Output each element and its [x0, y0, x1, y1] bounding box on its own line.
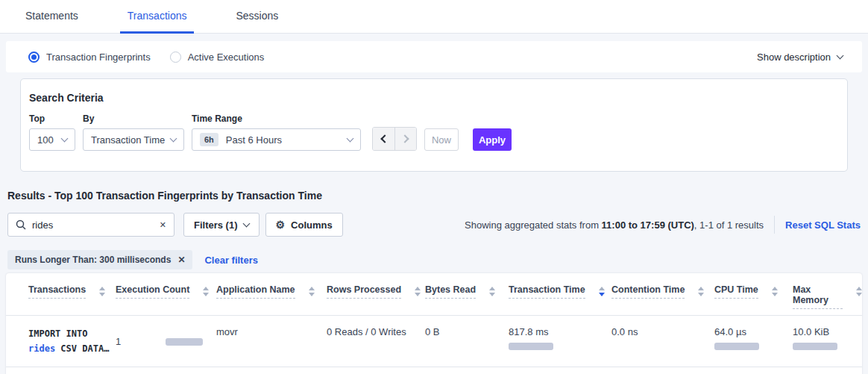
filter-chip-label: Runs Longer Than: 300 milliseconds	[15, 255, 171, 265]
max-memory-bar	[793, 343, 837, 350]
radio-transaction-fingerprints[interactable]: Transaction Fingerprints	[28, 52, 151, 63]
view-radio-group: Transaction Fingerprints Active Executio…	[28, 52, 264, 63]
by-label: By	[83, 113, 192, 124]
time-range-value: Past 6 Hours	[226, 134, 282, 146]
now-button[interactable]: Now	[424, 128, 459, 151]
bytes-read-cell: 0 B	[425, 326, 509, 357]
sort-icon-descending-active	[599, 287, 605, 296]
tab-sessions[interactable]: Sessions	[228, 0, 286, 34]
tab-transactions[interactable]: Transactions	[120, 0, 195, 34]
aggregated-stats-text: Showing aggregated stats from 11:00 to 1…	[465, 219, 764, 231]
column-header-transaction-time[interactable]: Transaction Time	[509, 284, 611, 309]
transaction-time-bar	[509, 343, 553, 350]
column-header-application-name[interactable]: Application Name	[216, 284, 327, 309]
time-window-nav	[372, 127, 417, 151]
chevron-down-icon	[242, 220, 250, 228]
columns-button[interactable]: ⚙ Columns	[265, 213, 343, 237]
top-tab-bar: Statements Transactions Sessions	[0, 0, 868, 34]
reset-sql-stats-link[interactable]: Reset SQL Stats	[785, 219, 861, 231]
clear-filters-link[interactable]: Clear filters	[204, 255, 258, 266]
rows-processed-cell: 0 Reads / 0 Writes	[327, 326, 425, 357]
column-header-bytes-read[interactable]: Bytes Read	[425, 284, 509, 309]
cpu-time-cell: 64.0 µs	[714, 326, 793, 357]
search-criteria-title: Search Criteria	[29, 92, 832, 104]
table-header-row: Transactions Execution Count Application…	[6, 273, 862, 316]
top-select[interactable]: 100	[29, 128, 75, 151]
radio-unselected-icon	[170, 52, 181, 63]
clear-search-icon[interactable]: ✕	[160, 221, 166, 229]
chevron-down-icon	[170, 134, 177, 142]
active-filters-row: Runs Longer Than: 300 milliseconds ✕ Cle…	[7, 250, 861, 269]
column-header-cpu-time[interactable]: CPU Time	[714, 284, 793, 309]
search-criteria-card: Search Criteria Top 100 By Transaction T…	[20, 78, 848, 172]
time-range-badge: 6h	[200, 133, 218, 146]
max-memory-cell: 10.0 KiB	[793, 326, 862, 357]
search-criteria-row: Top 100 By Transaction Time Time Range 6…	[29, 113, 832, 151]
show-description-label: Show description	[757, 52, 831, 63]
columns-label: Columns	[291, 219, 333, 231]
transaction-fingerprint-link[interactable]: IMPORT INTO rides CSV DATA…	[28, 326, 116, 357]
sort-icon	[772, 287, 778, 296]
execution-count-bar	[166, 338, 203, 346]
by-select[interactable]: Transaction Time	[83, 128, 184, 151]
chevron-down-icon	[837, 52, 844, 59]
time-range-label: Time Range	[192, 113, 361, 124]
tab-statements[interactable]: Statements	[18, 0, 86, 34]
show-description-toggle[interactable]: Show description	[757, 52, 843, 63]
chevron-down-icon	[347, 134, 354, 142]
sort-icon	[856, 287, 862, 296]
search-box: ✕	[7, 213, 174, 237]
top-select-value: 100	[37, 134, 54, 146]
sort-icon	[698, 287, 704, 296]
by-select-value: Transaction Time	[91, 134, 165, 146]
execution-count-cell: 1	[116, 326, 216, 357]
apply-button[interactable]: Apply	[473, 128, 512, 151]
vertical-divider	[774, 216, 775, 234]
chevron-right-icon	[400, 134, 409, 143]
by-field: By Transaction Time	[83, 113, 192, 151]
time-range-select[interactable]: 6h Past 6 Hours	[192, 128, 361, 151]
results-title: Results - Top 100 Transaction Fingerprin…	[7, 190, 861, 202]
top-field: Top 100	[29, 113, 83, 151]
view-toggle-strip: Transaction Fingerprints Active Executio…	[6, 41, 862, 72]
table-name-link[interactable]: rides	[28, 343, 55, 354]
stats-area: Showing aggregated stats from 11:00 to 1…	[465, 216, 861, 234]
radio-label: Transaction Fingerprints	[46, 52, 151, 63]
sort-icon	[415, 287, 421, 296]
results-toolbar: ✕ Filters (1) ⚙ Columns Showing aggregat…	[7, 213, 861, 237]
sort-icon	[99, 287, 105, 296]
column-header-execution-count[interactable]: Execution Count	[116, 284, 216, 309]
transaction-time-cell: 817.8 ms	[509, 326, 611, 357]
previous-time-window-button[interactable]	[373, 128, 394, 150]
column-header-transactions[interactable]: Transactions	[28, 284, 116, 309]
chevron-down-icon	[61, 134, 69, 142]
table-row: IMPORT INTO rides CSV DATA… 1 movr 0 Rea…	[6, 316, 862, 367]
column-header-max-memory[interactable]: Max Memory	[793, 284, 862, 309]
sort-icon	[203, 287, 209, 296]
column-header-contention-time[interactable]: Contention Time	[611, 284, 714, 309]
sort-icon	[489, 287, 495, 296]
chevron-left-icon	[380, 134, 389, 143]
search-input[interactable]	[32, 219, 154, 231]
gear-icon: ⚙	[276, 219, 286, 230]
radio-selected-icon	[28, 52, 40, 63]
filters-label: Filters (1)	[194, 219, 238, 231]
cpu-time-bar	[714, 343, 759, 350]
top-label: Top	[29, 113, 83, 124]
next-time-window-button[interactable]	[394, 128, 416, 150]
results-table-card: Transactions Execution Count Application…	[6, 273, 862, 374]
search-icon	[16, 219, 26, 230]
application-name-cell: movr	[216, 326, 327, 357]
radio-label: Active Executions	[188, 52, 265, 63]
filter-chip: Runs Longer Than: 300 milliseconds ✕	[7, 250, 192, 269]
time-range-field: Time Range 6h Past 6 Hours	[192, 113, 361, 151]
sort-icon	[309, 287, 315, 296]
contention-time-cell: 0.0 ns	[611, 326, 714, 357]
column-header-rows-processed[interactable]: Rows Processed	[327, 284, 425, 309]
radio-active-executions[interactable]: Active Executions	[170, 52, 265, 63]
filters-button[interactable]: Filters (1)	[183, 213, 260, 237]
remove-filter-icon[interactable]: ✕	[177, 255, 185, 264]
